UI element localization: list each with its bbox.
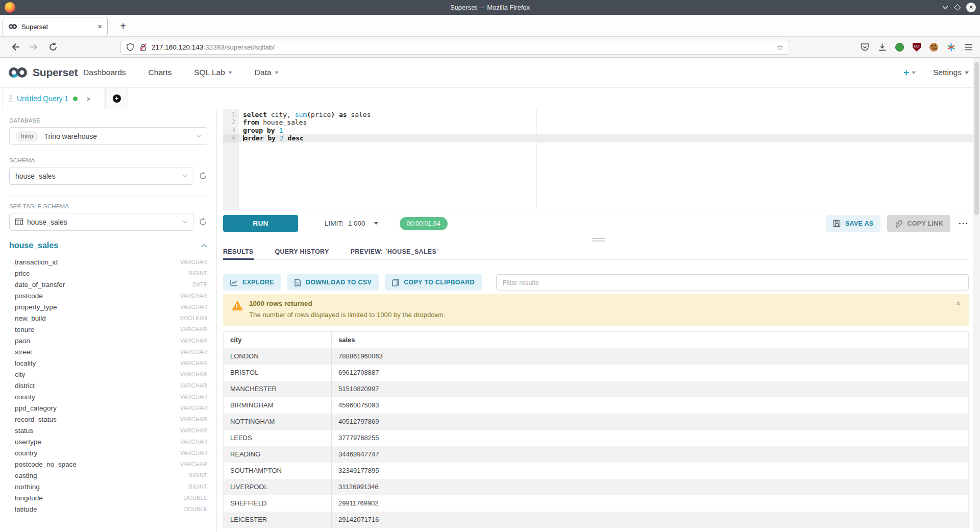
- table-row[interactable]: MANCHESTER51510820997: [224, 381, 968, 397]
- table-row[interactable]: LEEDS37779768255: [224, 430, 968, 446]
- schema-column-row[interactable]: priceBIGINT: [9, 268, 207, 279]
- add-new-button[interactable]: +: [903, 67, 916, 78]
- code-line[interactable]: from house_sales: [239, 118, 980, 126]
- schema-column-row[interactable]: postcode_no_spaceVARCHAR: [9, 458, 207, 470]
- tab-query-history[interactable]: QUERY HISTORY: [275, 243, 329, 259]
- pocket-icon[interactable]: [861, 43, 869, 52]
- column-header-city[interactable]: city: [224, 332, 332, 348]
- nav-item-data[interactable]: Data: [255, 68, 279, 77]
- schema-column-row[interactable]: localityVARCHAR: [9, 357, 207, 369]
- collapse-chevron-up-icon[interactable]: [201, 244, 207, 248]
- table-row[interactable]: SHEFFIELD29911769902: [224, 495, 968, 512]
- bookmark-star-icon[interactable]: ☆: [777, 43, 783, 52]
- table-row[interactable]: LIVERPOOL31126991346: [224, 479, 968, 495]
- table-cell: NOTTINGHAM: [224, 414, 332, 430]
- extension-starburst-icon[interactable]: [947, 43, 955, 52]
- minimize-icon[interactable]: [942, 6, 948, 9]
- add-query-tab-button[interactable]: +: [105, 88, 128, 109]
- back-icon[interactable]: [10, 42, 20, 52]
- insecure-lock-icon[interactable]: [139, 43, 148, 52]
- schema-column-row[interactable]: date_of_transferDATE: [9, 279, 207, 290]
- table-row[interactable]: BRISTOL69612708887: [224, 365, 968, 381]
- code-line[interactable]: order by 2 desc: [239, 134, 980, 142]
- tracking-shield-icon[interactable]: [126, 43, 134, 52]
- column-header-sales[interactable]: sales: [332, 332, 968, 348]
- save-as-button[interactable]: SAVE AS: [826, 215, 881, 232]
- scrollbar-thumb[interactable]: [974, 62, 979, 215]
- code-line[interactable]: select city, sum(price) as sales: [239, 111, 980, 118]
- nav-item-charts[interactable]: Charts: [149, 68, 172, 77]
- schema-column-row[interactable]: longitudeDOUBLE: [9, 492, 207, 503]
- table-schema-heading[interactable]: house_sales: [9, 241, 58, 250]
- explore-button[interactable]: EXPLORE: [223, 274, 281, 291]
- table-row[interactable]: READING34468947747: [224, 446, 968, 463]
- schema-column-row[interactable]: cityVARCHAR: [9, 369, 207, 380]
- privacy-badger-icon[interactable]: [895, 43, 904, 52]
- table-row[interactable]: LEICESTER29142071716: [224, 512, 968, 528]
- more-actions-icon[interactable]: ···: [959, 219, 969, 229]
- page-scrollbar[interactable]: [973, 58, 980, 532]
- nav-item-dashboards[interactable]: Dashboards: [83, 68, 126, 77]
- filter-results-input[interactable]: [496, 274, 969, 291]
- schema-column-row[interactable]: districtVARCHAR: [9, 380, 207, 391]
- code-line[interactable]: group by 1: [239, 127, 980, 134]
- database-select[interactable]: trino Trino warehouse: [9, 127, 207, 145]
- limit-dropdown[interactable]: LIMIT: 1 000: [325, 220, 378, 227]
- copy-to-clipboard-button[interactable]: COPY TO CLIPBOARD: [385, 274, 482, 291]
- sql-code-lines[interactable]: select city, sum(price) as salesfrom hou…: [239, 109, 980, 210]
- new-browser-tab-button[interactable]: +: [116, 20, 130, 33]
- browser-tab[interactable]: Superset ×: [3, 17, 108, 36]
- schema-column-row[interactable]: streetVARCHAR: [9, 346, 207, 357]
- reload-icon[interactable]: [48, 42, 58, 52]
- run-button[interactable]: RUN: [223, 215, 298, 232]
- download-icon[interactable]: [878, 43, 887, 52]
- query-tab-close-icon[interactable]: ×: [86, 94, 91, 103]
- schema-select[interactable]: house_sales: [9, 167, 193, 185]
- schema-column-row[interactable]: property_typeVARCHAR: [9, 301, 207, 312]
- cookie-extension-icon[interactable]: [929, 43, 938, 52]
- schema-column-row[interactable]: record_statusVARCHAR: [9, 414, 207, 425]
- schema-column-row[interactable]: usertypeVARCHAR: [9, 436, 207, 447]
- schema-column-row[interactable]: ppd_categoryVARCHAR: [9, 402, 207, 414]
- tab-preview-house-sales[interactable]: PREVIEW: `HOUSE_SALES`: [351, 243, 439, 259]
- settings-menu[interactable]: Settings: [933, 68, 969, 77]
- table-row[interactable]: SOUTHAMPTON32349177895: [224, 463, 968, 479]
- forward-icon[interactable]: [29, 42, 39, 52]
- schema-column-row[interactable]: latitudeDOUBLE: [9, 503, 207, 515]
- schema-column-row[interactable]: new_buildBOOLEAN: [9, 312, 207, 324]
- schema-column-row[interactable]: statusVARCHAR: [9, 425, 207, 436]
- browser-tab-close-icon[interactable]: ×: [97, 23, 102, 30]
- table-row[interactable]: BIRMINGHAM45960075093: [224, 397, 968, 414]
- copy-link-button[interactable]: COPY LINK: [887, 215, 950, 232]
- ublock-origin-icon[interactable]: uO: [913, 43, 921, 52]
- schema-column-row[interactable]: eastingBIGINT: [9, 470, 207, 481]
- superset-brand[interactable]: Superset: [7, 65, 78, 80]
- table-row[interactable]: LONDON788861960063: [224, 348, 968, 365]
- schema-column-row[interactable]: countryVARCHAR: [9, 447, 207, 458]
- schema-column-row[interactable]: countyVARCHAR: [9, 391, 207, 402]
- sql-code-editor[interactable]: 1234 select city, sum(price) as salesfro…: [217, 109, 980, 210]
- alert-close-icon[interactable]: ×: [956, 300, 961, 307]
- drag-handle-icon[interactable]: [9, 95, 12, 102]
- window-close-icon[interactable]: ×: [966, 3, 976, 12]
- url-bar[interactable]: 217.160.120.143:32393/superset/sqllab/ ☆: [120, 40, 789, 55]
- download-csv-button[interactable]: DOWNLOAD TO CSV: [287, 274, 379, 291]
- table-select[interactable]: house_sales: [9, 213, 193, 231]
- nav-item-sql-lab[interactable]: SQL Lab: [194, 68, 232, 77]
- refresh-schemas-icon[interactable]: [199, 172, 207, 180]
- schema-column-row[interactable]: tenureVARCHAR: [9, 324, 207, 335]
- refresh-tables-icon[interactable]: [199, 217, 207, 226]
- pane-splitter[interactable]: [217, 236, 980, 243]
- tab-results[interactable]: RESULTS: [223, 243, 254, 259]
- table-cell: LONDON: [224, 348, 332, 365]
- schema-column-row[interactable]: paonVARCHAR: [9, 335, 207, 346]
- maximize-icon[interactable]: [954, 4, 961, 11]
- browser-tabstrip: Superset × +: [0, 15, 980, 37]
- schema-column-row[interactable]: transaction_idVARCHAR: [9, 256, 207, 268]
- schema-column-row[interactable]: postcodeVARCHAR: [9, 290, 207, 301]
- table-row[interactable]: NOTTINGHAM40512797869: [224, 414, 968, 430]
- schema-column-row[interactable]: northingBIGINT: [9, 481, 207, 492]
- column-name: district: [15, 382, 35, 390]
- menu-hamburger-icon[interactable]: [964, 43, 973, 51]
- query-tab[interactable]: Untitled Query 1 ×: [3, 88, 105, 109]
